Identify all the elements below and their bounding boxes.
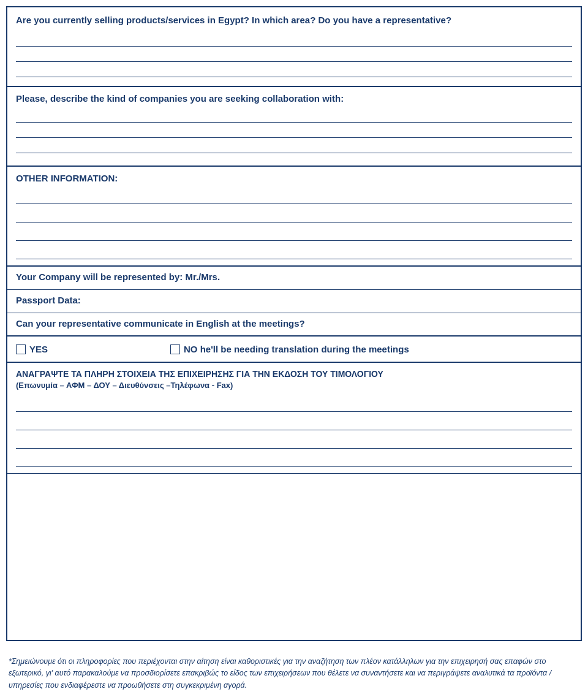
section-communicate: Can your representative communicate in E…	[7, 313, 581, 337]
collab-label: Please, describe the kind of companies y…	[16, 93, 572, 104]
invoice-line-4[interactable]	[16, 449, 572, 467]
other-line-2[interactable]	[16, 204, 572, 223]
main-content: Are you currently selling products/servi…	[6, 6, 582, 641]
passport-label: Passport Data:	[16, 295, 572, 305]
other-line-4[interactable]	[16, 241, 572, 259]
page: Are you currently selling products/servi…	[0, 0, 588, 700]
section-egypt-question: Are you currently selling products/servi…	[7, 7, 581, 87]
yes-checkbox[interactable]	[16, 344, 26, 354]
answer-line-2[interactable]	[16, 47, 572, 62]
section-collab: Please, describe the kind of companies y…	[7, 87, 581, 167]
other-info-label: OTHER INFORMATION:	[16, 173, 572, 183]
yes-group: YES	[16, 344, 48, 354]
section-representative: Your Company will be represented by: Mr.…	[7, 267, 581, 290]
representative-label: Your Company will be represented by: Mr.…	[16, 272, 572, 282]
communicate-label: Can your representative communicate in E…	[16, 318, 572, 329]
footer-section: *Σημειώνουμε ότι οι πληροφορίες που περι…	[0, 647, 588, 700]
section-other-info: OTHER INFORMATION:	[7, 167, 581, 267]
invoice-line-1[interactable]	[16, 394, 572, 412]
invoice-subtitle: (Επωνυμία – ΑΦΜ – ΔΟΥ – Διευθύνσεις –Τηλ…	[16, 381, 572, 390]
invoice-title: ΑΝΑΓΡΑΨΤΕ ΤΑ ΠΛΗΡΗ ΣΤΟΙΧΕΙΑ ΤΗΣ ΕΠΙΧΕΙΡΗ…	[16, 369, 572, 379]
collab-line-2[interactable]	[16, 123, 572, 138]
section-passport: Passport Data:	[7, 290, 581, 313]
no-label: NO he'll be needing translation during t…	[184, 344, 409, 354]
footer-text: *Σημειώνουμε ότι οι πληροφορίες που περι…	[9, 656, 579, 691]
other-line-1[interactable]	[16, 186, 572, 204]
answer-line-1[interactable]	[16, 31, 572, 47]
answer-line-3[interactable]	[16, 62, 572, 77]
collab-line-3[interactable]	[16, 138, 572, 153]
egypt-answer-lines	[16, 31, 572, 77]
other-info-lines	[16, 186, 572, 259]
section-invoice: ΑΝΑΓΡΑΨΤΕ ΤΑ ΠΛΗΡΗ ΣΤΟΙΧΕΙΑ ΤΗΣ ΕΠΙΧΕΙΡΗ…	[7, 363, 581, 474]
collab-line-1[interactable]	[16, 107, 572, 123]
other-line-3[interactable]	[16, 223, 572, 241]
egypt-question-text: Are you currently selling products/servi…	[16, 13, 572, 28]
no-checkbox[interactable]	[170, 344, 180, 354]
no-group: NO he'll be needing translation during t…	[170, 344, 409, 354]
invoice-line-3[interactable]	[16, 430, 572, 449]
section-yes-no: YES NO he'll be needing translation duri…	[7, 337, 581, 363]
collab-answer-lines	[16, 107, 572, 153]
yes-label: YES	[29, 344, 48, 354]
invoice-line-2[interactable]	[16, 412, 572, 430]
invoice-answer-lines	[16, 394, 572, 467]
